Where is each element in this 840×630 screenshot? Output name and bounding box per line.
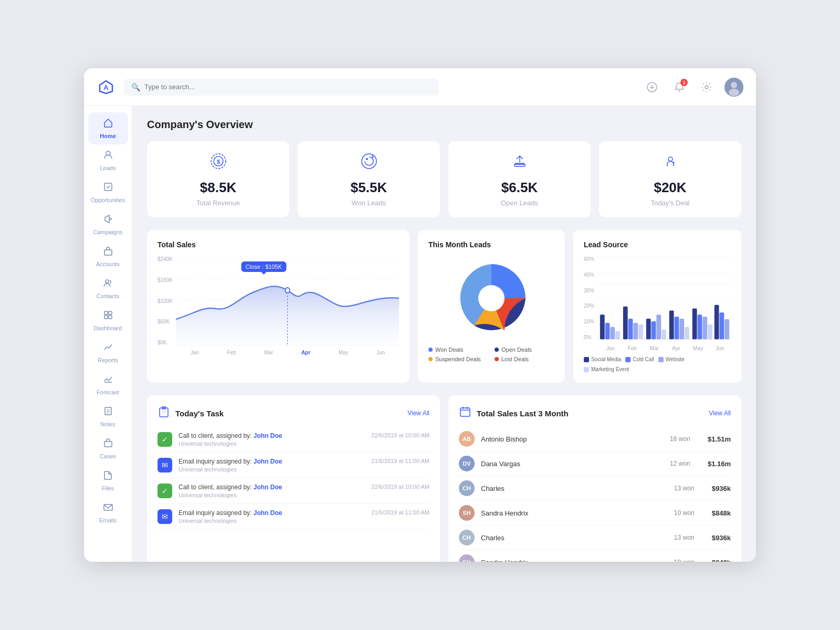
settings-button[interactable]	[697, 78, 716, 97]
svg-point-9	[729, 89, 739, 96]
task-assignee-3[interactable]: John Doe	[254, 484, 282, 491]
svg-rect-52	[628, 319, 633, 339]
sales-3month-view-all[interactable]: View All	[709, 410, 731, 417]
task-view-all[interactable]: View All	[407, 410, 429, 417]
svg-rect-12	[104, 250, 112, 255]
search-input[interactable]	[144, 83, 432, 91]
legend-website: Website	[658, 356, 685, 362]
sidebar-item-contacts[interactable]: Contacts	[88, 272, 128, 304]
pie-chart	[449, 256, 533, 340]
reports-icon	[103, 342, 113, 355]
sales-3month-title: Total Sales Last 3 Month	[477, 409, 569, 418]
svg-point-5	[679, 90, 680, 91]
sidebar-item-emails[interactable]: Emails	[88, 497, 128, 529]
sales-row-6: SH Sandra Hendrix 10 won $848k	[459, 550, 731, 562]
task-clipboard-icon	[158, 406, 170, 421]
user-avatar[interactable]	[724, 78, 743, 97]
sales-avatar-1: AB	[459, 431, 475, 447]
sidebar-item-home[interactable]: Home	[88, 112, 128, 144]
svg-rect-59	[669, 310, 674, 339]
sales-row-4: SH Sandra Hendrix 10 won $848k	[459, 501, 731, 526]
revenue-icon: $	[209, 152, 228, 174]
svg-rect-56	[652, 321, 656, 339]
campaigns-icon	[103, 214, 113, 227]
sales-won-5: 13 won	[674, 534, 706, 541]
sidebar-item-campaigns[interactable]: Campaigns	[88, 208, 128, 240]
bar-x-mar: Mar	[643, 345, 665, 351]
sidebar-label-cases: Cases	[100, 453, 116, 459]
svg-point-29	[366, 158, 368, 160]
lead-source-title: Lead Source	[584, 240, 731, 249]
bar-legend: Social Media Cold Call Website	[584, 356, 731, 372]
sales-amount-6: $848k	[712, 559, 731, 562]
sidebar-item-forecast[interactable]: Forecast	[88, 369, 128, 401]
sidebar-label-contacts: Contacts	[97, 293, 119, 299]
svg-rect-67	[715, 305, 719, 339]
y-40: 40%	[584, 272, 594, 278]
svg-rect-58	[662, 330, 666, 340]
stats-row: $ $8.5K Total Revenue $5.5K Won Leads	[147, 141, 741, 217]
sidebar-item-notes[interactable]: Notes	[88, 401, 128, 433]
sidebar-label-emails: Emails	[99, 517, 117, 523]
sidebar-item-opportunities[interactable]: Opportunities	[88, 176, 128, 208]
task-title: Today's Task	[175, 409, 224, 418]
x-label-feb: Feb	[227, 350, 236, 355]
svg-rect-64	[698, 314, 702, 339]
sales-won-6: 10 won	[674, 559, 706, 562]
search-bar[interactable]: 🔍	[124, 79, 439, 96]
svg-rect-49	[610, 327, 615, 339]
dashboard-icon	[103, 310, 113, 323]
sidebar-item-accounts[interactable]: Accounts	[88, 240, 128, 272]
today-deal-value: $20K	[654, 180, 686, 196]
task-item-3: ✓ Call to client, assigned by: John Doe …	[158, 478, 429, 504]
today-deal-icon	[661, 152, 680, 174]
sales-table: AB Antonio Bishop 16 won $1.51m DV Dana …	[459, 427, 731, 562]
task-assignee-4[interactable]: John Doe	[254, 509, 282, 517]
task-email-icon-4: ✉	[158, 509, 172, 524]
svg-rect-50	[615, 331, 620, 340]
add-button[interactable]	[643, 78, 662, 97]
sidebar-label-dashboard: Dashboard	[94, 325, 122, 331]
lead-source-card: Lead Source 60% 40% 30% 20% 10% 0%	[573, 230, 741, 383]
svg-point-39	[478, 285, 505, 311]
task-assignee-1[interactable]: John Doe	[254, 432, 282, 439]
sales-won-2: 12 won	[670, 460, 701, 467]
sales-name-2: Dana Vargas	[481, 460, 664, 468]
today-deal-label: Today's Deal	[650, 199, 689, 207]
won-leads-value: $5.5K	[351, 180, 387, 196]
sales-row-1: AB Antonio Bishop 16 won $1.51m	[459, 427, 731, 452]
lost-deals-label: Lost Deals	[501, 356, 529, 362]
legend-marketing-event: Marketing Event	[584, 366, 629, 372]
suspended-deals-dot	[428, 357, 433, 361]
revenue-label: Total Revenue	[196, 199, 240, 207]
svg-point-28	[362, 154, 376, 169]
sidebar-label-opportunities: Opportunities	[91, 197, 125, 203]
this-month-leads-card: This Month Leads	[418, 230, 565, 383]
notifications-button[interactable]: 1	[670, 78, 689, 97]
task-check-icon-3: ✓	[158, 484, 172, 498]
sidebar-label-accounts: Accounts	[96, 261, 120, 267]
sidebar-item-cases[interactable]: Cases	[88, 433, 128, 465]
sidebar-item-leads[interactable]: Leads	[88, 144, 128, 176]
y-20: 20%	[584, 303, 594, 309]
bar-x-may: May	[687, 345, 709, 351]
svg-rect-69	[724, 319, 729, 339]
sidebar-item-dashboard[interactable]: Dashboard	[88, 304, 128, 337]
sidebar-item-files[interactable]: Files	[88, 465, 128, 497]
svg-rect-16	[104, 316, 108, 319]
forecast-icon	[103, 374, 113, 387]
y-0: 0%	[584, 334, 594, 340]
svg-rect-73	[460, 408, 470, 416]
task-content-3: Call to client, assigned by: John Doe Un…	[178, 484, 365, 498]
svg-rect-57	[656, 314, 661, 339]
sales-avatar-5: CH	[459, 530, 475, 545]
bar-x-apr: Apr	[665, 345, 687, 351]
notes-icon	[103, 406, 113, 419]
task-assignee-2[interactable]: John Doe	[254, 458, 282, 465]
social-media-sq	[584, 357, 589, 362]
marketing-event-sq	[584, 367, 589, 372]
open-leads-icon	[510, 152, 529, 174]
sidebar-item-reports[interactable]: Reports	[88, 337, 128, 369]
sales-amount-4: $848k	[712, 509, 731, 517]
legend-lost-deals: Lost Deals	[495, 356, 554, 362]
